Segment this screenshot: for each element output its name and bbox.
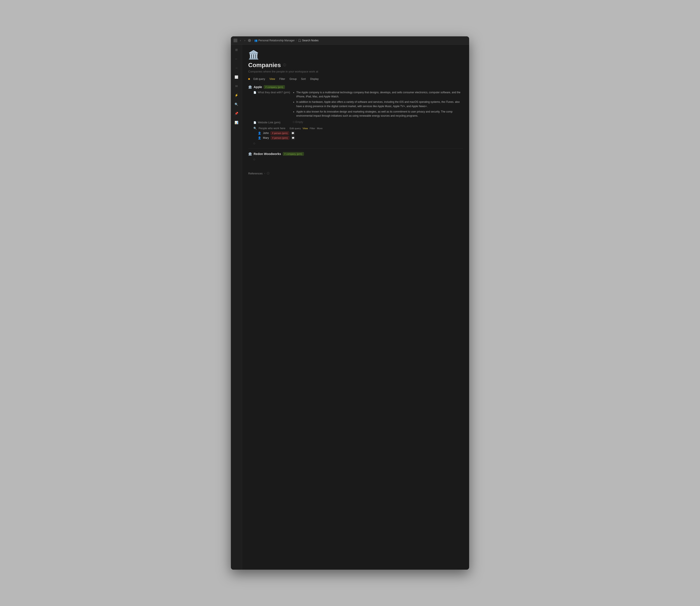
company-redon-row: 🏛️ Redon Woodworks # company (prm) (248, 152, 463, 156)
sidebar-icon-back[interactable]: ← (234, 56, 239, 62)
sidebar: ⊞ ← → ⬜ ✉ ⚡ 🔍 📌 📊 (231, 45, 242, 569)
view-btn[interactable]: View (269, 77, 276, 81)
breadcrumb-workspace[interactable]: 👥 Personal Relationship Manager (254, 39, 295, 42)
breadcrumb: / 👥 Personal Relationship Manager / 🎧 Se… (248, 39, 319, 42)
person-mary-row: 👤 Mary # person (prm) 💬 (258, 136, 463, 140)
redon-company-icon: 🏛️ (248, 152, 252, 156)
mary-person-icon: 👤 (258, 136, 261, 140)
spacer (248, 161, 463, 172)
sort-btn[interactable]: Sort (300, 77, 307, 81)
main-layout: ⊞ ← → ⬜ ✉ ⚡ 🔍 📌 📊 🏛️ Companies ⓘ Compani… (231, 45, 469, 569)
apple-website-label: 📄 Website Link (prm) (253, 120, 290, 124)
john-chat-btn[interactable]: 💬 (291, 131, 295, 135)
topbar-left: ‹ › / 👥 Personal Relationship Manager / … (233, 38, 467, 42)
apple-bullet-3: Apple is also known for its innovative d… (296, 110, 463, 118)
john-person-name[interactable]: John (263, 132, 269, 135)
sidebar-icon-grid[interactable]: ⊞ (234, 47, 239, 52)
redon-company-name[interactable]: Redon Woodworks (254, 152, 281, 156)
apple-company-icon: 🏛️ (248, 85, 252, 89)
app-window: ‹ › / 👥 Personal Relationship Manager / … (231, 37, 469, 569)
page-icon: 🏛️ (248, 50, 463, 60)
sidebar-icon-forward[interactable]: → (234, 65, 239, 71)
apple-properties: 📄 What they deal with? (prm) The Apple c… (253, 91, 463, 124)
section-divider-1 (248, 148, 463, 149)
references-row[interactable]: References › ⓘ (248, 172, 463, 175)
sidebar-icon-mail[interactable]: ✉ (234, 84, 239, 89)
sidebar-icon-pin[interactable]: 📌 (234, 111, 239, 116)
mary-person-tag[interactable]: # person (prm) (271, 136, 289, 140)
apple-people-section: 🔍 People who work here · Edit query View… (253, 126, 463, 140)
john-person-icon: 👤 (258, 132, 261, 135)
apple-add-item[interactable] (253, 142, 463, 145)
filter-btn[interactable]: Filter (278, 77, 286, 81)
references-chevron: › (264, 172, 265, 174)
mary-person-name[interactable]: Mary (263, 136, 269, 139)
apple-bullet-2: In addition to hardware, Apple also offe… (296, 100, 463, 108)
add-circle-icon (253, 143, 255, 144)
view-toolbar: Edit query View Filter Group Sort Displa… (248, 77, 463, 81)
apple-deal-property: 📄 What they deal with? (prm) The Apple c… (253, 91, 463, 119)
apple-deal-label: 📄 What they deal with? (prm) (253, 91, 290, 94)
sidebar-toggle[interactable] (233, 39, 238, 42)
sidebar-icon-chart[interactable]: 📊 (234, 120, 239, 125)
references-label: References (248, 172, 263, 175)
topbar: ‹ › / 👥 Personal Relationship Manager / … (231, 37, 469, 45)
sidebar-icon-bolt[interactable]: ⚡ (234, 93, 239, 98)
nav-forward[interactable]: › (244, 38, 246, 42)
people-view-btn[interactable]: View (302, 127, 308, 130)
person-john-row: 👤 John # person (prm) 💬 (258, 131, 463, 135)
sidebar-icon-calendar[interactable]: ⬜ (234, 74, 239, 80)
people-filter-btn[interactable]: Filter (310, 127, 315, 130)
breadcrumb-home-dot[interactable] (248, 39, 251, 42)
page-subtitle: Companies where the people in your works… (248, 70, 463, 73)
display-btn[interactable]: Display (309, 77, 319, 81)
edit-query-btn[interactable]: Edit query (252, 77, 266, 81)
apple-bullet-1: The Apple company is a multinational tec… (296, 91, 463, 99)
content-area: 🏛️ Companies ⓘ Companies where the peopl… (242, 45, 469, 569)
mary-chat-btn[interactable]: 💬 (291, 136, 295, 140)
apple-deal-value: The Apple company is a multinational tec… (293, 91, 463, 119)
company-redon: 🏛️ Redon Woodworks # company (prm) (248, 152, 463, 161)
company-apple: 🏛️ Apple # company (prm) 📄 What they dea… (248, 85, 463, 145)
people-edit-query-btn[interactable]: Edit query (290, 127, 301, 130)
company-apple-row: 🏛️ Apple # company (prm) (248, 85, 463, 89)
apple-website-property: 📄 Website Link (prm) Empty (253, 120, 463, 124)
people-toolbar: Edit query View Filter More (290, 127, 322, 130)
redon-company-tag[interactable]: # company (prm) (283, 152, 304, 156)
redon-circle-icon (253, 159, 255, 160)
redon-add-item[interactable] (253, 157, 463, 161)
toolbar-status-dot (248, 78, 250, 80)
apple-company-name[interactable]: Apple (254, 85, 262, 89)
people-more-btn[interactable]: More (317, 127, 322, 130)
property-icon-doc: 📄 (253, 91, 256, 94)
group-btn[interactable]: Group (289, 77, 298, 81)
people-section-label: People who work here (258, 127, 286, 130)
people-section-icon: 🔍 (253, 126, 257, 130)
empty-circle-icon (293, 121, 295, 123)
property-icon-link: 📄 (253, 121, 256, 124)
breadcrumb-page[interactable]: 🎧 Search Nodes (298, 39, 319, 42)
page-title: Companies ⓘ (248, 62, 463, 69)
apple-people-header: 🔍 People who work here · Edit query View… (253, 126, 463, 130)
page-title-info[interactable]: ⓘ (283, 63, 286, 67)
apple-company-tag[interactable]: # company (prm) (264, 85, 285, 89)
apple-website-empty: Empty (293, 120, 303, 123)
john-person-tag[interactable]: # person (prm) (271, 131, 289, 135)
sidebar-icon-search[interactable]: 🔍 (234, 102, 239, 107)
nav-back[interactable]: ‹ (239, 38, 242, 42)
desktop: ‹ › / 👥 Personal Relationship Manager / … (0, 0, 700, 606)
references-info-icon[interactable]: ⓘ (267, 172, 269, 175)
